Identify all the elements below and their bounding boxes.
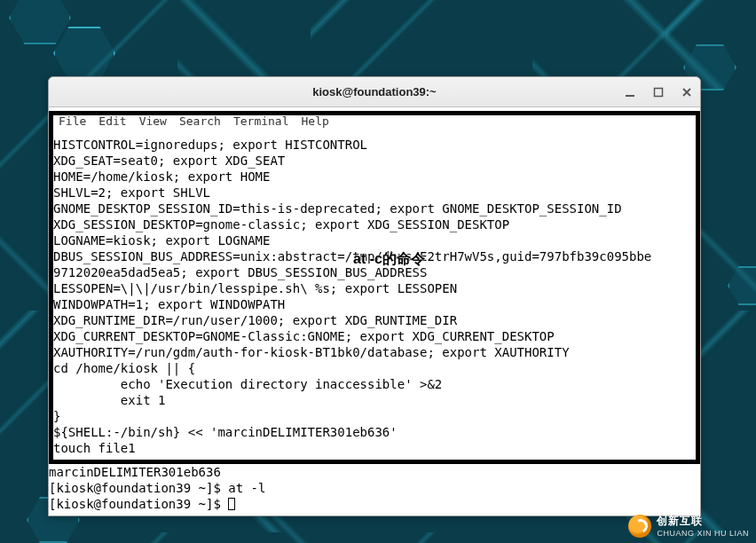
menu-help[interactable]: Help (302, 114, 329, 130)
svg-rect-1 (655, 88, 663, 96)
menu-terminal[interactable]: Terminal (233, 114, 289, 130)
brand-logo-icon (628, 515, 651, 538)
embedded-screenshot-frame: File Edit View Search Terminal Help HIST… (49, 111, 700, 464)
window-title: kiosk@foundation39:~ (312, 85, 436, 98)
terminal-window: kiosk@foundation39:~ File Edit View Sear… (48, 76, 701, 516)
terminal-output-inner: HISTCONTROL=ignoredups; export HISTCONTR… (53, 137, 696, 460)
window-controls (624, 77, 693, 106)
menubar: File Edit View Search Terminal Help (53, 112, 696, 130)
maximize-button[interactable] (652, 86, 665, 98)
close-button[interactable] (681, 86, 693, 98)
terminal-body[interactable]: File Edit View Search Terminal Help HIST… (49, 107, 700, 515)
minimize-button[interactable] (624, 86, 636, 98)
menu-view[interactable]: View (139, 114, 167, 130)
watermark-brand: 创新互联 CHUANG XIN HU LIAN (628, 514, 749, 538)
menu-edit[interactable]: Edit (98, 114, 126, 130)
menu-search[interactable]: Search (179, 114, 221, 130)
terminal-cursor (228, 498, 235, 510)
menu-file[interactable]: File (59, 114, 86, 130)
svg-rect-0 (626, 95, 634, 97)
terminal-output-outer: marcinDELIMITER301eb636 [kiosk@foundatio… (49, 464, 700, 515)
window-titlebar[interactable]: kiosk@foundation39:~ (49, 77, 700, 107)
brand-line2: CHUANG XIN HU LIAN (657, 529, 749, 538)
brand-line1: 创新互联 (657, 514, 749, 529)
